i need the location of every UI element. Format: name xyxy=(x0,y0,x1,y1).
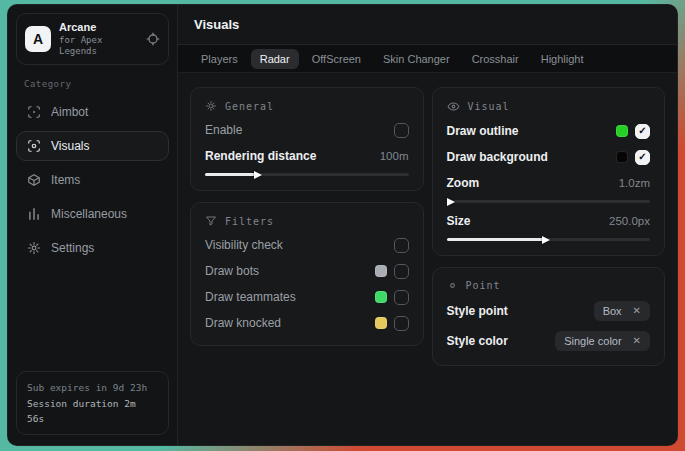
setting-row-rendering-distance: Rendering distance 100m xyxy=(205,148,409,164)
color-swatch[interactable] xyxy=(616,151,628,163)
tab-skin-changer[interactable]: Skin Changer xyxy=(374,49,459,69)
app-name: Arcane xyxy=(59,21,138,35)
sidebar: A Arcane for Apex Legends Category xyxy=(8,5,178,445)
slider-thumb[interactable] xyxy=(447,198,455,206)
setting-value: 100m xyxy=(380,150,409,162)
scan-eye-icon xyxy=(27,139,41,153)
eye-icon xyxy=(447,100,460,113)
panel-visual: Visual Draw outline Draw background xyxy=(432,87,666,256)
setting-label: Visibility check xyxy=(205,238,283,252)
draw-teammates-checkbox[interactable] xyxy=(394,290,409,305)
slider-thumb[interactable] xyxy=(542,236,550,244)
page-title: Visuals xyxy=(194,17,239,32)
draw-bots-checkbox[interactable] xyxy=(394,264,409,279)
panel-title-visual: Visual xyxy=(468,101,510,112)
sidebar-item-miscellaneous[interactable]: Miscellaneous xyxy=(16,199,169,229)
tab-crosshair[interactable]: Crosshair xyxy=(463,49,528,69)
setting-value: 250.0px xyxy=(609,215,650,227)
setting-label: Draw teammates xyxy=(205,290,296,304)
color-swatch[interactable] xyxy=(375,317,387,329)
style-color-select[interactable]: Single color xyxy=(555,331,650,351)
sidebar-item-aimbot[interactable]: Aimbot xyxy=(16,97,169,127)
setting-label: Draw background xyxy=(447,150,548,164)
chip-value: Box xyxy=(603,305,622,317)
sidebar-item-label: Items xyxy=(51,173,80,187)
main-area: Visuals Players Radar OffScreen Skin Cha… xyxy=(178,5,677,445)
setting-row-style-point: Style point Box xyxy=(447,301,651,321)
session-duration-text: Session duration 2m 56s xyxy=(27,396,158,426)
panel-filters: Filters Visibility check Draw bots xyxy=(190,202,424,346)
sidebar-item-items[interactable]: Items xyxy=(16,165,169,195)
target-icon[interactable] xyxy=(146,32,160,46)
setting-row-draw-knocked: Draw knocked xyxy=(205,315,409,331)
setting-row-zoom: Zoom 1.0zm xyxy=(447,175,651,191)
bars-icon xyxy=(27,207,41,221)
desktop-background: A Arcane for Apex Legends Category xyxy=(0,0,685,451)
panel-title-filters: Filters xyxy=(225,216,274,227)
gear-sun-icon xyxy=(205,100,217,112)
app-window: A Arcane for Apex Legends Category xyxy=(7,4,678,446)
app-brand: A Arcane for Apex Legends xyxy=(16,13,169,65)
gear-icon xyxy=(27,241,41,255)
setting-label: Zoom xyxy=(447,176,480,190)
sidebar-item-settings[interactable]: Settings xyxy=(16,233,169,263)
setting-row-draw-bots: Draw bots xyxy=(205,263,409,279)
sidebar-item-label: Aimbot xyxy=(51,105,88,119)
point-dot-icon xyxy=(447,280,458,291)
setting-label: Enable xyxy=(205,123,242,137)
package-icon xyxy=(27,173,41,187)
setting-value: 1.0zm xyxy=(619,177,650,189)
setting-row-enable: Enable xyxy=(205,122,409,138)
chip-value: Single color xyxy=(564,335,621,347)
tab-highlight[interactable]: Highlight xyxy=(532,49,593,69)
content-grid: General Enable Rendering distance 100m xyxy=(178,73,677,445)
draw-background-checkbox[interactable] xyxy=(635,150,650,165)
enable-checkbox[interactable] xyxy=(394,123,409,138)
sidebar-item-label: Settings xyxy=(51,241,94,255)
sidebar-item-label: Visuals xyxy=(51,139,89,153)
color-swatch[interactable] xyxy=(616,125,628,137)
setting-label: Draw bots xyxy=(205,264,259,278)
visibility-check-checkbox[interactable] xyxy=(394,238,409,253)
scan-crosshair-icon xyxy=(27,105,41,119)
panel-title-point: Point xyxy=(466,280,501,291)
tab-offscreen[interactable]: OffScreen xyxy=(303,49,370,69)
color-swatch[interactable] xyxy=(375,291,387,303)
sub-expiry-text: Sub expires in 9d 23h xyxy=(27,380,158,395)
sidebar-item-label: Miscellaneous xyxy=(51,207,127,221)
setting-label: Size xyxy=(447,214,471,228)
app-subtitle: for Apex Legends xyxy=(59,35,138,58)
draw-outline-checkbox[interactable] xyxy=(635,124,650,139)
setting-label: Draw knocked xyxy=(205,316,281,330)
draw-knocked-checkbox[interactable] xyxy=(394,316,409,331)
setting-row-draw-outline: Draw outline xyxy=(447,123,651,139)
panel-general: General Enable Rendering distance 100m xyxy=(190,87,424,191)
page-header: Visuals xyxy=(178,5,677,45)
slider-thumb[interactable] xyxy=(254,171,262,179)
size-slider[interactable] xyxy=(447,238,651,241)
funnel-icon xyxy=(205,215,217,227)
zoom-slider[interactable] xyxy=(447,200,651,203)
setting-row-draw-teammates: Draw teammates xyxy=(205,289,409,305)
remove-icon[interactable] xyxy=(633,306,641,316)
setting-row-visibility-check: Visibility check xyxy=(205,237,409,253)
setting-label: Draw outline xyxy=(447,124,519,138)
setting-label: Rendering distance xyxy=(205,149,316,163)
setting-row-style-color: Style color Single color xyxy=(447,331,651,351)
rendering-distance-slider[interactable] xyxy=(205,173,409,176)
session-info-card: Sub expires in 9d 23h Session duration 2… xyxy=(16,371,169,435)
color-swatch[interactable] xyxy=(375,265,387,277)
sidebar-item-visuals[interactable]: Visuals xyxy=(16,131,169,161)
setting-row-draw-background: Draw background xyxy=(447,149,651,165)
setting-row-size: Size 250.0px xyxy=(447,213,651,229)
style-point-select[interactable]: Box xyxy=(594,301,650,321)
setting-label: Style color xyxy=(447,334,508,348)
remove-icon[interactable] xyxy=(633,336,641,346)
tab-players[interactable]: Players xyxy=(192,49,247,69)
panel-point: Point Style point Box Style color xyxy=(432,267,666,366)
setting-label: Style point xyxy=(447,304,508,318)
app-logo: A xyxy=(25,26,51,52)
category-label: Category xyxy=(24,79,161,89)
panel-title-general: General xyxy=(225,101,274,112)
tab-radar[interactable]: Radar xyxy=(251,49,299,69)
